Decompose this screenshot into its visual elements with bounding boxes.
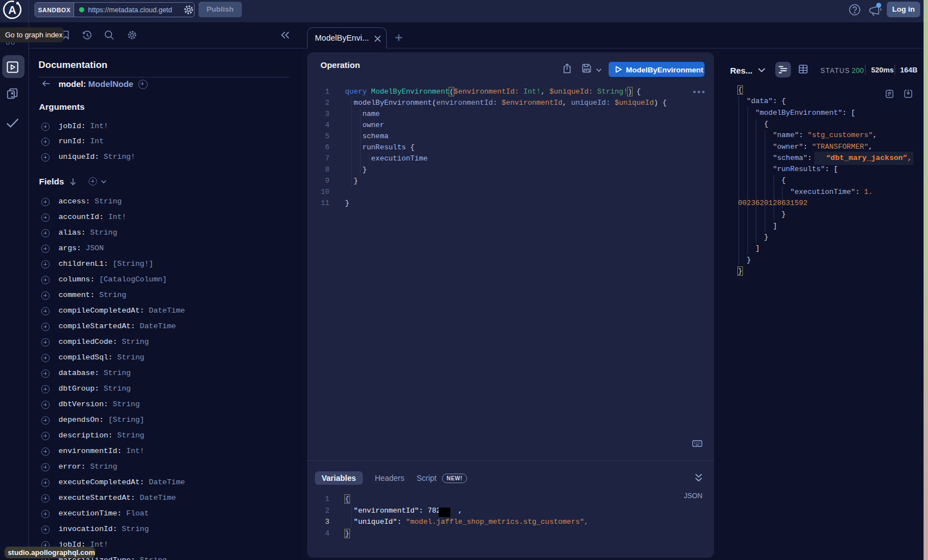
svg-text:A: A [8, 4, 16, 16]
